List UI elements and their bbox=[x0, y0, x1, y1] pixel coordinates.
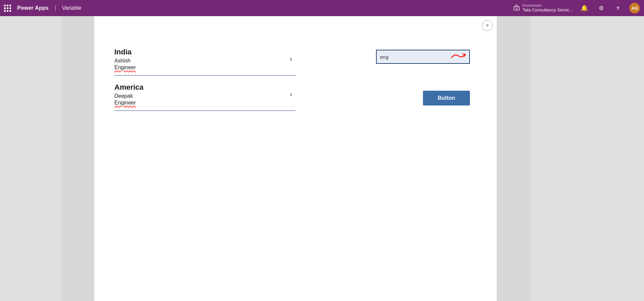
list-item[interactable]: America Deepak Engineer › bbox=[114, 78, 296, 111]
action-button-label: Button bbox=[438, 95, 455, 101]
navbar-separator: | bbox=[55, 5, 56, 11]
item-country: America bbox=[114, 83, 296, 92]
item-role: Engineer bbox=[114, 64, 296, 71]
canvas-area: × India Ashish Engineer › America Deepak bbox=[61, 16, 530, 301]
search-input[interactable] bbox=[376, 50, 470, 64]
chevron-button[interactable]: › bbox=[290, 55, 292, 63]
waffle-menu-icon[interactable] bbox=[4, 5, 11, 12]
item-country: India bbox=[114, 48, 296, 56]
help-button[interactable]: ? bbox=[612, 3, 623, 13]
item-name: Deepak bbox=[114, 93, 296, 99]
environment-info: Environment Tata Consultancy Servic... bbox=[513, 4, 573, 12]
avatar-initials: AG bbox=[631, 6, 638, 11]
action-button[interactable]: Button bbox=[423, 91, 470, 105]
item-name: Ashish bbox=[114, 58, 296, 64]
bell-icon: 🔔 bbox=[581, 4, 588, 12]
env-text: Environment Tata Consultancy Servic... bbox=[523, 4, 573, 12]
app-name: Power Apps bbox=[17, 5, 49, 11]
chevron-right-icon: › bbox=[290, 90, 292, 98]
list-item[interactable]: India Ashish Engineer › bbox=[114, 43, 296, 76]
close-icon: × bbox=[486, 23, 489, 29]
navbar-left: Power Apps | Variable bbox=[4, 5, 82, 12]
list-container: India Ashish Engineer › America Deepak E… bbox=[114, 43, 296, 111]
close-button[interactable]: × bbox=[482, 20, 493, 31]
gear-icon: ⚙ bbox=[599, 5, 604, 12]
svg-point-1 bbox=[516, 8, 517, 9]
chevron-right-icon: › bbox=[290, 55, 292, 63]
left-panel bbox=[0, 16, 61, 301]
environment-icon bbox=[513, 5, 520, 11]
navbar-right: Environment Tata Consultancy Servic... 🔔… bbox=[513, 3, 640, 13]
settings-button[interactable]: ⚙ bbox=[596, 3, 606, 13]
env-name: Tata Consultancy Servic... bbox=[523, 7, 573, 12]
env-label: Environment bbox=[523, 4, 573, 7]
controls-area: Button bbox=[376, 50, 470, 105]
user-avatar[interactable]: AG bbox=[629, 3, 640, 13]
notifications-button[interactable]: 🔔 bbox=[579, 3, 590, 13]
app-canvas: × India Ashish Engineer › America Deepak bbox=[94, 16, 497, 301]
navbar: Power Apps | Variable Environment Tata C… bbox=[0, 0, 644, 16]
right-panel bbox=[530, 16, 644, 301]
item-role: Engineer bbox=[114, 100, 296, 106]
page-name: Variable bbox=[62, 5, 82, 11]
main-layout: × India Ashish Engineer › America Deepak bbox=[0, 16, 644, 301]
help-icon: ? bbox=[616, 5, 619, 11]
chevron-button[interactable]: › bbox=[290, 90, 292, 99]
text-input-wrapper bbox=[376, 50, 470, 64]
